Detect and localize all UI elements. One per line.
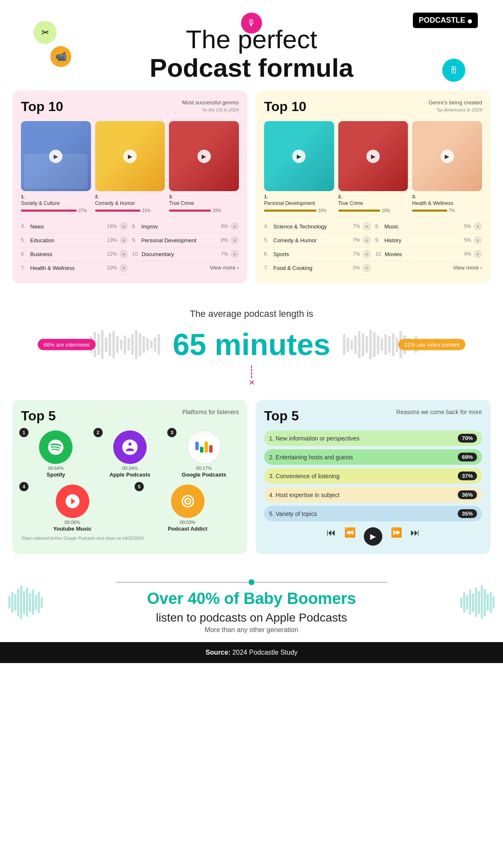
list-arrow[interactable]: › bbox=[119, 222, 128, 231]
genre-rank1-fill bbox=[21, 210, 77, 212]
platforms-top3: 1 00:64% Spotify 2 bbox=[21, 430, 239, 478]
created-rank1-play[interactable]: ▶ bbox=[292, 150, 306, 163]
list-name: Music bbox=[384, 223, 399, 230]
created-rank2-play[interactable]: ▶ bbox=[366, 150, 380, 163]
created-rank1-img: ▶ bbox=[264, 121, 334, 191]
reason-label-3: 3. Convenience of listening bbox=[269, 473, 340, 479]
reason-text-4: Host expertise in subject bbox=[276, 492, 340, 498]
list-name: Improv bbox=[141, 223, 158, 230]
list-pct: 4% bbox=[464, 251, 471, 257]
main-content: Top 10 Most successful genres *In the US… bbox=[0, 91, 503, 554]
genres-list-col2: 8. Improv 9% › 9. Personal Development 8… bbox=[132, 220, 239, 275]
genre-rank3-fill bbox=[169, 210, 211, 212]
mini-wave-right bbox=[460, 586, 495, 619]
genre-rank3: ▶ 3.True Crime 20% bbox=[169, 121, 239, 213]
genre-rank3-name: True Crime bbox=[169, 200, 194, 206]
mini-wave-bar bbox=[29, 593, 31, 612]
list-arrow[interactable]: › bbox=[363, 264, 371, 272]
platform-podcast-addict: 5 00:03% Podcast Addict bbox=[136, 485, 239, 532]
genre-rank2-pct: 21% bbox=[142, 208, 150, 213]
top10-created-card: Top 10 Genre's being created *by America… bbox=[256, 91, 490, 283]
wbar bbox=[109, 333, 111, 356]
created-rank2-fill bbox=[338, 210, 380, 212]
list-item: 8. Music 5% › bbox=[375, 220, 482, 233]
skip-back-icon[interactable]: ⏪ bbox=[344, 527, 355, 546]
created-rank2-pct: 10% bbox=[382, 208, 390, 213]
list-name: History bbox=[384, 237, 401, 244]
view-more-created[interactable]: View more › bbox=[375, 264, 482, 271]
platform-pct: 00:64% bbox=[21, 466, 91, 471]
list-item: 5. Comedy & Humor 7% › bbox=[264, 233, 371, 247]
reason-pct-4: 36% bbox=[458, 490, 477, 499]
reason-label-1: 1. New information or perspectives bbox=[269, 435, 360, 442]
created-rank3-name: Health & Wellness bbox=[412, 200, 453, 206]
platform-name: Podcast Addict bbox=[136, 526, 239, 532]
wbar bbox=[358, 331, 360, 358]
list-arrow[interactable]: › bbox=[474, 222, 482, 231]
genre-rank2-play[interactable]: ▶ bbox=[123, 150, 137, 163]
top10-created-header: Top 10 Genre's being created *by America… bbox=[264, 99, 482, 114]
genre-rank3-img: ▶ bbox=[169, 121, 239, 191]
genre-rank1: ▶ 1.Society & Culture 27% bbox=[21, 121, 91, 213]
genre-rank3-label: 3.True Crime bbox=[169, 194, 239, 207]
skip-forward-icon[interactable]: ⏩ bbox=[391, 527, 402, 546]
created-rank3: ▶ 3.Health & Wellness 7% bbox=[412, 121, 482, 213]
x-mark: ✕ bbox=[13, 378, 490, 387]
video-badge-text: 22% use video content bbox=[404, 342, 459, 348]
list-item: 4. Science & Technology 7% › bbox=[264, 220, 371, 233]
list-name: Personal Development bbox=[141, 237, 197, 244]
reason-text-1: New information or perspectives bbox=[276, 435, 360, 442]
platform-pct: 00:17% bbox=[169, 466, 239, 471]
list-arrow[interactable]: › bbox=[119, 264, 128, 272]
skip-forward-end-icon[interactable]: ⏭ bbox=[410, 527, 420, 546]
created-rank3-fill bbox=[412, 210, 447, 212]
wbar bbox=[392, 333, 394, 356]
mini-wave-bar bbox=[463, 592, 465, 613]
platform-pct: 00:34% bbox=[95, 466, 165, 471]
google-logo bbox=[187, 430, 221, 464]
list-pct: 16% bbox=[107, 223, 117, 229]
created-rank3-play[interactable]: ▶ bbox=[441, 150, 454, 163]
mini-wave-bar bbox=[17, 589, 19, 616]
list-arrow[interactable]: › bbox=[474, 236, 482, 244]
genre-rank3-pct: 20% bbox=[213, 208, 221, 213]
list-rank: 7. bbox=[264, 265, 271, 271]
mini-wave-bar bbox=[493, 596, 495, 609]
skip-back-start-icon[interactable]: ⏮ bbox=[327, 527, 336, 546]
list-pct: 10% bbox=[107, 265, 117, 271]
wbar bbox=[347, 337, 349, 352]
list-pct: 7% bbox=[353, 223, 360, 229]
wbar bbox=[112, 331, 115, 358]
list-arrow[interactable]: › bbox=[231, 236, 239, 244]
view-more-genres[interactable]: View more › bbox=[132, 264, 239, 271]
list-arrow[interactable]: › bbox=[119, 236, 128, 244]
scissors-icon: ✂ bbox=[34, 21, 57, 44]
list-arrow[interactable]: › bbox=[363, 236, 371, 244]
podcast-addict-logo bbox=[171, 485, 205, 518]
genre-rank3-play[interactable]: ▶ bbox=[197, 150, 211, 163]
list-arrow[interactable]: › bbox=[474, 250, 482, 258]
wbar bbox=[124, 335, 126, 354]
list-arrow[interactable]: › bbox=[119, 250, 128, 258]
boomers-section: Over 40% of Baby Boomers listen to podca… bbox=[0, 562, 503, 642]
list-item-left: 9. History bbox=[375, 237, 464, 244]
reason-item-1: 1. New information or perspectives 70% bbox=[264, 430, 482, 446]
list-rank: 4. bbox=[264, 223, 271, 229]
genres-subtitle-text: Most successful genres bbox=[182, 99, 239, 106]
list-arrow[interactable]: › bbox=[231, 250, 239, 258]
platform-apple: 2 00:34% Apple Podcasts bbox=[95, 430, 165, 478]
reason-rank-4: 4. bbox=[269, 492, 274, 498]
youtube-icon bbox=[64, 493, 81, 510]
reason-rank-3: 3. bbox=[269, 473, 274, 479]
genre-rank3-bar: 20% bbox=[169, 208, 239, 213]
mini-wave-bar bbox=[490, 592, 492, 613]
list-arrow[interactable]: › bbox=[231, 222, 239, 231]
list-pct: 12% bbox=[107, 251, 117, 257]
boomers-progress-line bbox=[116, 579, 387, 585]
top5-platforms-card: Top 5 Platforms for listeners 1 00:64% S… bbox=[13, 400, 247, 554]
list-arrow[interactable]: › bbox=[363, 222, 371, 231]
logo-text: PODCASTLE bbox=[419, 16, 465, 25]
play-button[interactable]: ▶ bbox=[364, 527, 382, 546]
wbar bbox=[143, 336, 145, 353]
list-arrow[interactable]: › bbox=[363, 250, 371, 258]
